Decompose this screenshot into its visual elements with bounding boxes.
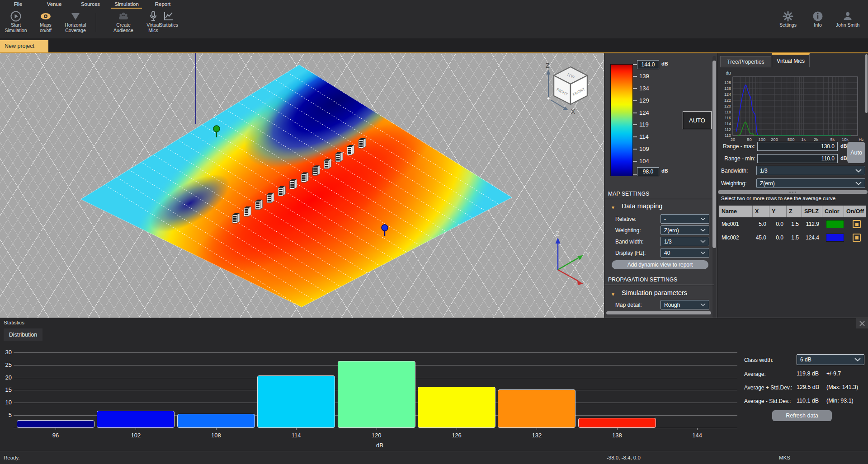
legend-max-input[interactable]: 144.0: [637, 60, 659, 69]
mic-weighting-dropdown[interactable]: Z(ero): [756, 178, 865, 188]
add-dynamic-view-button[interactable]: Add dynamic view to report: [612, 260, 708, 269]
svg-text:112: 112: [725, 127, 731, 132]
bandwidth-dropdown[interactable]: 1/3: [660, 237, 709, 246]
range-min-input[interactable]: 110.0: [757, 154, 838, 163]
histogram-bar-132: [498, 389, 576, 428]
class-width-dropdown[interactable]: 6 dB: [797, 354, 864, 365]
axis-y-label: Y: [586, 251, 590, 258]
weighting-dropdown[interactable]: Z(ero): [660, 225, 709, 235]
svg-text:Hz: Hz: [859, 137, 864, 142]
tab-tree-properties[interactable]: Tree/Properties: [720, 56, 771, 67]
mic001-color-swatch[interactable]: [826, 220, 844, 228]
user-button[interactable]: John Smith: [831, 10, 864, 28]
histogram-x-axis-label: dB: [366, 442, 393, 449]
svg-text:500: 500: [788, 137, 795, 142]
legend-auto-button[interactable]: AUTO: [683, 111, 712, 129]
svg-text:2k: 2k: [814, 137, 818, 142]
menu-simulation[interactable]: Simulation: [108, 0, 145, 9]
chevron-down-icon: [855, 169, 862, 173]
spl-heatmap: [0, 53, 604, 321]
line-chart-icon: [163, 10, 175, 23]
eye-icon: [39, 10, 52, 23]
colorbar-tick-label: 139: [639, 73, 655, 80]
user-label: John Smith: [836, 23, 860, 28]
histogram-bar-138: [578, 418, 656, 428]
table-row-mic002[interactable]: Mic002 45.0 0.0 1.5 124.4: [719, 231, 867, 244]
viewport-3d[interactable]: Z X TOP RIGHT FRONT Z Y X: [0, 53, 604, 321]
mic002-onoff-checkbox[interactable]: [853, 234, 861, 242]
settings-button[interactable]: Settings: [773, 10, 803, 28]
mic-bandwidth-dropdown[interactable]: 1/3: [756, 166, 865, 175]
info-icon: [812, 10, 824, 23]
refresh-data-button[interactable]: Refresh data: [772, 410, 832, 421]
chevron-down-icon: [700, 303, 706, 306]
maps-onoff-label: Maps: [40, 23, 52, 28]
axis-z-label: Z: [556, 230, 560, 237]
svg-text:122: 122: [724, 98, 731, 103]
status-bar: Ready. -38.0, -8.4, 0.0 MKS: [0, 451, 868, 464]
svg-text:1k: 1k: [801, 137, 806, 142]
simulation-parameters-group[interactable]: Simulation parameters: [622, 289, 687, 296]
menu-report[interactable]: Report: [145, 0, 181, 9]
start-simulation-label: Start: [11, 23, 21, 28]
histogram-bar-108: [177, 414, 255, 428]
menu-venue[interactable]: Venue: [36, 0, 72, 9]
legend-hscrollbar[interactable]: [606, 311, 711, 314]
project-tab[interactable]: New project: [0, 40, 48, 52]
people-icon: [117, 10, 130, 23]
svg-text:200: 200: [771, 137, 778, 142]
info-button[interactable]: Info: [803, 10, 833, 28]
propagation-settings-header: PROPAGATION SETTINGS: [608, 277, 678, 283]
svg-text:20: 20: [731, 137, 736, 142]
chevron-down-icon: [700, 229, 706, 232]
data-mapping-group[interactable]: Data mapping: [622, 202, 662, 210]
svg-text:100: 100: [758, 137, 765, 142]
distribution-histogram: 5101520253096102108114120126132138144: [0, 318, 868, 451]
collapse-triangle-icon[interactable]: ▼: [611, 205, 615, 210]
histogram-bar-102: [97, 411, 175, 428]
tab-virtual-mics[interactable]: Virtual Mics: [772, 53, 810, 67]
display-hz-dropdown[interactable]: 40: [660, 248, 709, 258]
triangle-down-icon: [70, 10, 81, 23]
menu-sources[interactable]: Sources: [72, 0, 108, 9]
histogram-bar-120: [338, 361, 415, 428]
svg-text:126: 126: [724, 86, 731, 91]
range-max-input[interactable]: 130.0: [757, 142, 838, 151]
svg-text:10k: 10k: [842, 137, 849, 142]
legend-min-input[interactable]: 98.0: [637, 167, 659, 176]
toolbar-separator: [96, 13, 96, 32]
project-tab-bar: New project: [0, 38, 868, 52]
histogram-bar-114: [257, 375, 335, 428]
chevron-down-icon: [854, 358, 861, 361]
menu-file[interactable]: File: [0, 0, 36, 9]
spl-map: Z X TOP RIGHT FRONT Z Y X: [0, 53, 604, 321]
average-curve-hint: Select two or more rows to see the avera…: [721, 196, 835, 201]
range-auto-button[interactable]: Auto: [847, 142, 865, 163]
statistics-button[interactable]: Statistics: [154, 10, 184, 28]
map-detail-dropdown[interactable]: Rough: [660, 300, 709, 309]
statistics-label: Statistics: [159, 23, 178, 28]
table-hscrollbar[interactable]: [718, 190, 868, 194]
menu-bar: File Venue Sources Simulation Report: [0, 0, 868, 9]
mic002-color-swatch[interactable]: [826, 234, 844, 242]
statistics-panel: Statistics Distribution 5101520253096102…: [0, 318, 868, 451]
legend-panel: 139 134 129 124 119 114 109 104 144.0 dB…: [604, 53, 717, 321]
units-indicator: MKS: [779, 451, 790, 464]
avg-plus-max: (Max: 141.3): [826, 384, 858, 390]
relative-dropdown[interactable]: -: [660, 214, 709, 224]
create-audience-button[interactable]: Create Audience: [108, 10, 138, 33]
right-panel-scrollbar[interactable]: [865, 54, 868, 113]
chevron-down-icon: [700, 240, 706, 243]
horizontal-coverage-button[interactable]: Horizontal Coverage: [61, 10, 90, 33]
legend-vscrollbar[interactable]: [712, 56, 716, 318]
legend-min-unit: dB: [661, 168, 668, 173]
chevron-down-icon: [855, 182, 862, 185]
start-simulation-button[interactable]: Start Simulation: [1, 10, 31, 33]
table-row-mic001[interactable]: Mic001 5.0 0.0 1.5 112.9: [719, 217, 867, 231]
maps-onoff-button[interactable]: Maps on/off: [31, 10, 61, 33]
svg-text:120: 120: [724, 104, 731, 108]
average-value: 119.8 dB: [797, 370, 819, 377]
mic001-onoff-checkbox[interactable]: [853, 220, 861, 228]
view-cube[interactable]: Z X TOP RIGHT FRONT: [546, 62, 587, 115]
collapse-triangle-icon[interactable]: ▼: [611, 292, 615, 297]
